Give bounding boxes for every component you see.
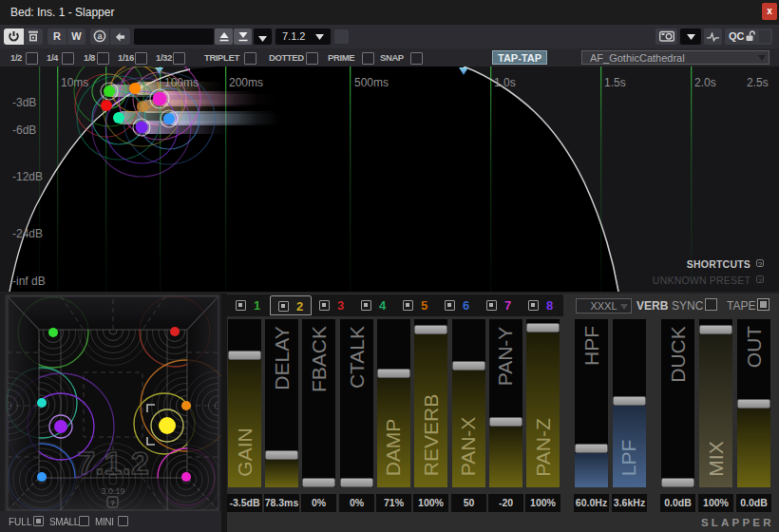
svg-text:a: a: [97, 31, 103, 41]
svg-text:?: ?: [110, 499, 115, 507]
svg-text:3.0.19: 3.0.19: [101, 486, 124, 496]
svg-text:7.1.2: 7.1.2: [77, 445, 149, 481]
